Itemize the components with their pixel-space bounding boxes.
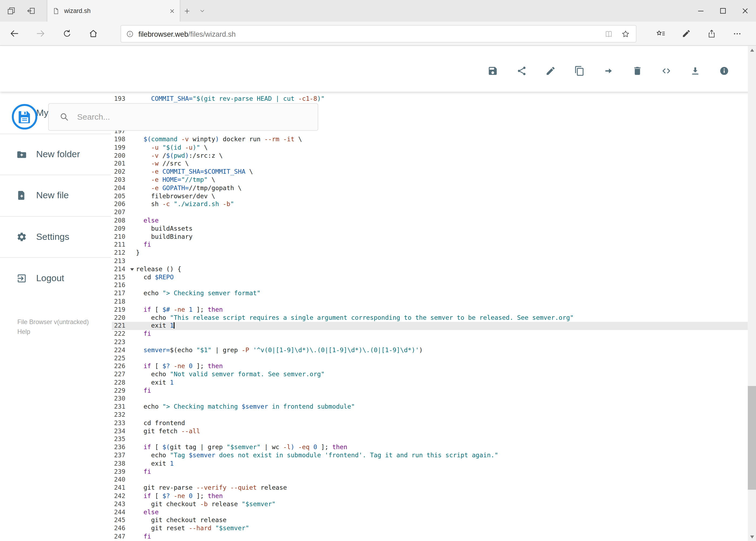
editor-line[interactable]: 200 -v /$(pwd):/src:z \ xyxy=(112,152,748,160)
editor-line[interactable]: 235 xyxy=(112,435,748,443)
info-button[interactable] xyxy=(719,66,729,76)
refresh-button[interactable] xyxy=(62,29,72,38)
url-text[interactable]: filebrowser.web/files/wizard.sh xyxy=(138,30,236,38)
editor-line[interactable]: 210 buildBinary xyxy=(112,233,748,241)
editor-line[interactable]: 218 xyxy=(112,297,748,306)
sidebar-item-logout[interactable]: Logout xyxy=(0,258,111,299)
editor-line[interactable]: 216 xyxy=(112,281,748,289)
editor-line-active[interactable]: 221 exit 1 xyxy=(112,322,748,330)
home-button[interactable] xyxy=(88,28,99,39)
editor-line[interactable]: 228 exit 1 xyxy=(112,379,748,387)
forward-button[interactable] xyxy=(36,28,46,39)
editor-line[interactable]: 231 echo "> Checking matching $semver in… xyxy=(112,403,748,411)
back-button[interactable] xyxy=(9,28,19,39)
scroll-up-button[interactable] xyxy=(748,46,756,54)
editor-line[interactable]: 212} xyxy=(112,249,748,257)
editor-line[interactable]: 247 fi xyxy=(112,533,748,541)
editor-line[interactable]: 222 fi xyxy=(112,330,748,338)
editor-line[interactable]: 209 buildAssets xyxy=(112,225,748,233)
tab-list-button[interactable] xyxy=(199,7,206,15)
editor-line[interactable]: 211 fi xyxy=(112,241,748,249)
editor-line[interactable]: 236 if [ $(git tag | grep "$semver" | wc… xyxy=(112,443,748,452)
copy-button[interactable] xyxy=(574,66,585,76)
editor-line[interactable]: 243 git checkout -b release "$semver" xyxy=(112,500,748,508)
new-tab-button[interactable] xyxy=(183,7,191,15)
editor-line[interactable]: 246 git reset --hard "$semver" xyxy=(112,525,748,533)
editor-line[interactable]: 220 echo "This release script requires a… xyxy=(112,314,748,322)
share-button[interactable] xyxy=(707,29,717,38)
editor-line[interactable]: 217 echo "> Checking semver format" xyxy=(112,289,748,297)
editor-line[interactable]: 232 xyxy=(112,411,748,419)
editor-line[interactable]: 205 filebrowser/dev \ xyxy=(112,192,748,201)
editor-line[interactable]: 219 if [ $# -ne 1 ]; then xyxy=(112,306,748,314)
editor-line[interactable]: 229 fi xyxy=(112,387,748,395)
editor-line[interactable]: 201 -w //src \ xyxy=(112,160,748,168)
close-window-button[interactable] xyxy=(734,0,756,22)
move-arrow-icon xyxy=(603,66,614,76)
help-link[interactable]: Help xyxy=(17,327,89,337)
editor-line[interactable]: 215 cd $REPO xyxy=(112,273,748,281)
switch-view-button[interactable] xyxy=(661,66,671,76)
sidebar-item-new-folder[interactable]: New folder xyxy=(0,134,111,175)
maximize-button[interactable] xyxy=(712,0,734,22)
editor-line[interactable]: 213 xyxy=(112,257,748,265)
download-button[interactable] xyxy=(690,66,700,76)
line-number: 206 xyxy=(112,201,129,209)
minimize-button[interactable] xyxy=(689,0,711,22)
editor-line[interactable]: 214release () { xyxy=(112,265,748,273)
editor-line[interactable]: 233 cd frontend xyxy=(112,419,748,427)
line-number: 204 xyxy=(112,184,129,192)
editor-line[interactable]: 242 if [ $? -ne 0 ]; then xyxy=(112,492,748,500)
scrollbar-thumb[interactable] xyxy=(748,386,756,490)
editor-line[interactable]: 227 echo "Not valid semver format. See s… xyxy=(112,370,748,379)
rename-button[interactable] xyxy=(545,66,556,76)
editor-line[interactable]: 230 xyxy=(112,395,748,403)
share-file-button[interactable] xyxy=(516,66,527,76)
code-editor[interactable]: 193 COMMIT_SHA="$(git rev-parse HEAD | c… xyxy=(112,95,748,541)
editor-line[interactable]: 237 echo "Tag $semver does not exist in … xyxy=(112,452,748,460)
browser-tab[interactable]: wizard.sh xyxy=(47,0,180,22)
editor-line[interactable]: 225 xyxy=(112,354,748,362)
editor-line[interactable]: 245 git checkout release xyxy=(112,516,748,525)
editor-line[interactable]: 202 -e COMMIT_SHA=$COMMIT_SHA \ xyxy=(112,168,748,176)
editor-line[interactable]: 226 if [ $? -ne 0 ]; then xyxy=(112,362,748,370)
annotate-button[interactable] xyxy=(682,29,691,38)
sidebar-footer: File Browser v(untracked) Help xyxy=(17,317,89,336)
site-info-icon[interactable] xyxy=(126,30,134,38)
editor-line[interactable]: 240 xyxy=(112,476,748,484)
set-tabs-aside-button[interactable] xyxy=(26,6,36,15)
editor-line[interactable]: 224 semver=$(echo "$1" | grep -P '^v(0|[… xyxy=(112,346,748,354)
tab-previews-button[interactable] xyxy=(7,6,16,15)
save-button[interactable] xyxy=(487,66,498,76)
editor-line[interactable]: 203 -e HOME="//tmp" \ xyxy=(112,176,748,184)
search-input[interactable] xyxy=(76,112,318,122)
editor-line[interactable]: 199 -u "$(id -u)" \ xyxy=(112,144,748,152)
app-logo[interactable] xyxy=(11,103,38,130)
editor-line[interactable]: 239 fi xyxy=(112,468,748,476)
page-scrollbar[interactable] xyxy=(748,46,756,541)
editor-line[interactable]: 234 git fetch --all xyxy=(112,427,748,435)
editor-line[interactable]: 223 xyxy=(112,338,748,346)
editor-line[interactable]: 244 else xyxy=(112,508,748,516)
move-button[interactable] xyxy=(603,66,614,76)
sidebar-item-settings[interactable]: Settings xyxy=(0,217,111,258)
fold-caret-icon[interactable] xyxy=(130,268,134,270)
hub-button[interactable] xyxy=(655,28,666,39)
search-box[interactable] xyxy=(48,103,318,131)
reading-view-button[interactable] xyxy=(604,29,613,38)
editor-line[interactable]: 241 git rev-parse --verify --quiet relea… xyxy=(112,484,748,492)
editor-line[interactable]: 193 COMMIT_SHA="$(git rev-parse HEAD | c… xyxy=(112,95,748,103)
editor-line[interactable]: 206 sh -c "./wizard.sh -b" xyxy=(112,201,748,209)
address-bar[interactable]: filebrowser.web/files/wizard.sh xyxy=(121,25,636,42)
delete-button[interactable] xyxy=(632,66,642,76)
add-favorite-button[interactable] xyxy=(621,29,630,38)
tab-close-button[interactable] xyxy=(169,8,175,14)
more-button[interactable] xyxy=(732,29,742,38)
editor-line[interactable]: 204 -e GOPATH=//tmp/gopath \ xyxy=(112,184,748,192)
sidebar-item-new-file[interactable]: New file xyxy=(0,175,111,217)
editor-line[interactable]: 238 exit 1 xyxy=(112,460,748,468)
editor-line[interactable]: 198 $(command -v winpty) docker run --rm… xyxy=(112,136,748,144)
editor-line[interactable]: 207 xyxy=(112,209,748,217)
scroll-down-button[interactable] xyxy=(748,533,756,541)
editor-line[interactable]: 208 else xyxy=(112,217,748,225)
